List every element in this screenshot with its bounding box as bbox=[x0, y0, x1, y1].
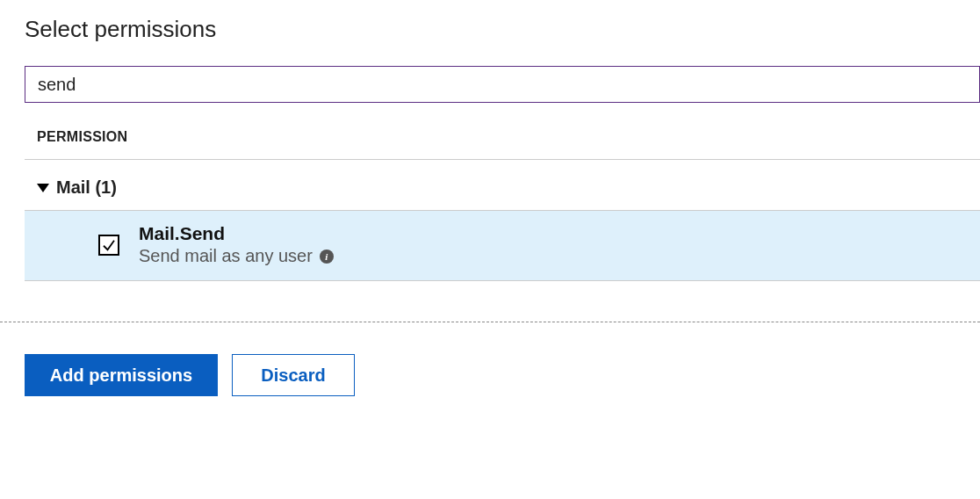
select-permissions-panel: Select permissions Permission Mail (1) M… bbox=[0, 0, 980, 281]
add-permissions-button[interactable]: Add permissions bbox=[25, 354, 218, 396]
permission-description: Send mail as any user bbox=[139, 246, 313, 266]
panel-title: Select permissions bbox=[25, 16, 980, 43]
permission-search-input[interactable] bbox=[25, 66, 980, 103]
caret-down-icon bbox=[37, 184, 49, 192]
permission-group-label: Mail (1) bbox=[56, 177, 117, 198]
footer-actions: Add permissions Discard bbox=[0, 322, 980, 396]
permission-desc-line: Send mail as any user i bbox=[139, 246, 334, 266]
permission-checkbox[interactable] bbox=[98, 235, 119, 256]
checkmark-icon bbox=[101, 237, 117, 253]
discard-button[interactable]: Discard bbox=[232, 354, 355, 396]
column-header-permission: Permission bbox=[25, 129, 980, 160]
info-icon[interactable]: i bbox=[320, 250, 334, 264]
search-wrap bbox=[25, 66, 980, 103]
permission-group-mail[interactable]: Mail (1) bbox=[25, 160, 980, 210]
permission-name: Mail.Send bbox=[139, 223, 334, 244]
permission-text: Mail.Send Send mail as any user i bbox=[139, 223, 334, 266]
permission-row[interactable]: Mail.Send Send mail as any user i bbox=[25, 210, 980, 281]
